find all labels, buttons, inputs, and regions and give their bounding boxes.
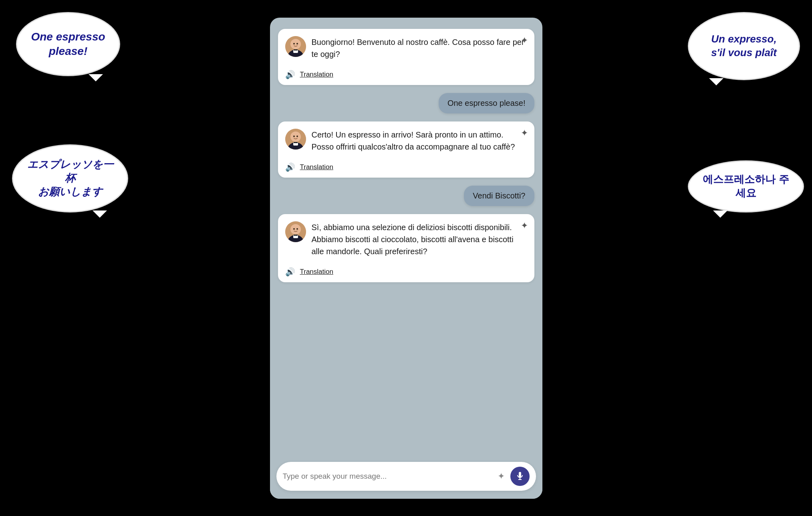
sound-icon-2[interactable]: 🔊: [285, 162, 295, 172]
bubble-top-right-text: Un expresso, s'il vous plaît: [711, 32, 777, 60]
user-message-wrap-1: One espresso please!: [278, 93, 534, 113]
avatar-2: [285, 129, 306, 150]
bubble-mid-right-text: 에스프레소하나 주세요: [700, 173, 792, 200]
svg-point-15: [290, 224, 301, 235]
message-text-1: Buongiorno! Benvenuto al nostro caffè. C…: [312, 36, 526, 60]
svg-point-1: [290, 39, 301, 49]
svg-point-11: [296, 136, 298, 137]
speech-bubble-top-right: Un expresso, s'il vous plaît: [688, 12, 800, 80]
sparkle-button[interactable]: ✦: [496, 469, 506, 483]
sparkle-icon-3: ✦: [521, 221, 528, 231]
svg-point-8: [290, 132, 301, 142]
user-message-wrap-2: Vendi Biscotti?: [278, 186, 534, 206]
speech-bubble-mid-right: 에스프레소하나 주세요: [688, 160, 804, 212]
message-content-3: Sì, abbiamo una selezione di deliziosi b…: [312, 221, 526, 261]
message-footer-2: 🔊 Translation: [285, 162, 526, 172]
speech-bubble-mid-left: エスプレッソを一杯 お願いします: [12, 144, 128, 212]
svg-point-4: [296, 43, 298, 45]
user-message-2: Vendi Biscotti?: [464, 186, 534, 206]
chat-input[interactable]: [283, 472, 492, 481]
bot-message-2: ✦ Certo! Un espresso in arrivo: [278, 121, 534, 178]
chat-messages: ✦ Buongiorno! Benvenuto al nos: [270, 18, 542, 455]
avatar-3: [285, 221, 306, 242]
svg-rect-13: [294, 142, 298, 143]
message-text-2: Certo! Un espresso in arrivo! Sarà pront…: [312, 129, 526, 153]
mic-icon: [515, 471, 525, 481]
user-message-1: One espresso please!: [439, 93, 534, 113]
message-footer-3: 🔊 Translation: [285, 267, 526, 277]
mic-button[interactable]: [510, 467, 530, 486]
svg-point-18: [296, 228, 298, 230]
bubble-mid-left-text: エスプレッソを一杯 お願いします: [24, 158, 116, 198]
svg-point-17: [293, 228, 295, 230]
speech-bubble-top-left: One espresso please!: [16, 12, 120, 76]
svg-rect-6: [294, 49, 298, 51]
sound-icon-1[interactable]: 🔊: [285, 70, 295, 79]
bot-message-1: ✦ Buongiorno! Benvenuto al nos: [278, 29, 534, 85]
sparkle-icon-1: ✦: [521, 35, 528, 46]
svg-rect-20: [294, 235, 298, 236]
message-footer-1: 🔊 Translation: [285, 70, 526, 79]
bot-message-3: ✦ Sì, abbiamo una selezione di: [278, 214, 534, 282]
chat-input-container: ✦: [276, 462, 536, 491]
sound-icon-3[interactable]: 🔊: [285, 267, 295, 277]
svg-point-10: [293, 136, 295, 137]
svg-point-3: [293, 43, 295, 45]
message-text-3: Sì, abbiamo una selezione di deliziosi b…: [312, 221, 526, 257]
message-content-1: Buongiorno! Benvenuto al nostro caffè. C…: [312, 36, 526, 64]
sparkle-icon-2: ✦: [521, 128, 528, 138]
avatar-1: [285, 36, 306, 57]
translation-link-3[interactable]: Translation: [300, 268, 333, 276]
bubble-top-left-text: One espresso please!: [31, 30, 105, 59]
message-content-2: Certo! Un espresso in arrivo! Sarà pront…: [312, 129, 526, 157]
chat-container: ✦ Buongiorno! Benvenuto al nos: [270, 18, 542, 499]
chat-input-area: ✦: [270, 455, 542, 499]
translation-link-1[interactable]: Translation: [300, 71, 333, 79]
translation-link-2[interactable]: Translation: [300, 163, 333, 171]
